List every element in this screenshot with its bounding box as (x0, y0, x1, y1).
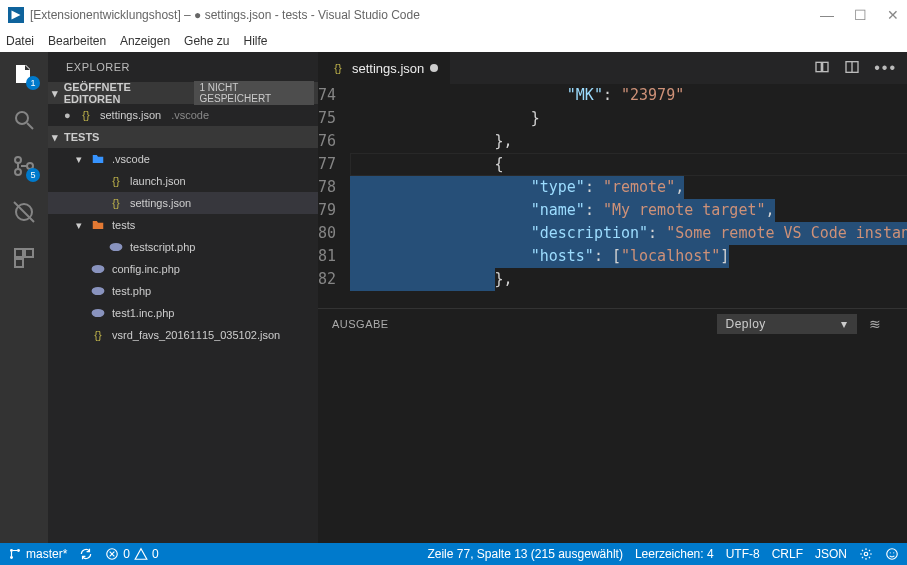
svg-point-11 (92, 265, 105, 273)
code-line[interactable]: "name": "My remote target", (350, 199, 907, 222)
svg-point-0 (16, 112, 28, 124)
line-number: 74 (318, 84, 336, 107)
activity-extensions-icon[interactable] (10, 244, 38, 272)
status-branch[interactable]: master* (8, 547, 67, 561)
open-editor-folder: .vscode (171, 109, 209, 121)
file-tree-label: config.inc.php (112, 263, 180, 275)
code-line[interactable]: }, (350, 268, 907, 291)
minimize-button[interactable]: — (820, 7, 834, 23)
explorer-sidebar: EXPLORER ▾ GEÖFFNETE EDITOREN 1 NICHT GE… (48, 52, 318, 543)
svg-line-1 (27, 123, 33, 129)
activity-explorer-icon[interactable]: 1 (10, 60, 38, 88)
menu-view[interactable]: Anzeigen (120, 34, 170, 48)
code-line[interactable]: } (350, 107, 907, 130)
folder-icon (90, 151, 106, 167)
maximize-button[interactable]: ☐ (854, 7, 867, 23)
file-tree-item[interactable]: config.inc.php (48, 258, 318, 280)
svg-point-12 (92, 287, 105, 295)
status-feedback-icon[interactable] (885, 547, 899, 561)
file-tree-item[interactable]: {}vsrd_favs_20161115_035102.json (48, 324, 318, 346)
svg-point-19 (10, 556, 13, 559)
status-sync[interactable] (79, 547, 93, 561)
clear-output-icon[interactable]: ≋ (869, 316, 882, 332)
sidebar-title: EXPLORER (48, 52, 318, 82)
vscode-icon (8, 7, 24, 23)
status-settings-icon[interactable] (859, 547, 873, 561)
svg-point-3 (15, 169, 21, 175)
php-file-icon (90, 283, 106, 299)
file-tree-item[interactable]: test1.inc.php (48, 302, 318, 324)
output-channel-dropdown[interactable]: Deploy (717, 314, 857, 334)
line-number: 77 (318, 153, 336, 176)
menu-file[interactable]: Datei (6, 34, 34, 48)
line-number: 75 (318, 107, 336, 130)
file-tree-item[interactable]: {}launch.json (48, 170, 318, 192)
svg-point-24 (864, 552, 868, 556)
file-tree-item[interactable]: test.php (48, 280, 318, 302)
activity-debug-icon[interactable] (10, 198, 38, 226)
menu-bar: Datei Bearbeiten Anzeigen Gehe zu Hilfe (0, 30, 907, 52)
svg-point-25 (887, 549, 898, 560)
dirty-dot-icon (430, 64, 438, 72)
svg-point-2 (15, 157, 21, 163)
activity-bar: 1 5 (0, 52, 48, 543)
file-tree-item[interactable]: {}settings.json (48, 192, 318, 214)
file-tree-label: launch.json (130, 175, 186, 187)
code-line[interactable]: }, (350, 130, 907, 153)
code-line[interactable]: "type": "remote", (350, 176, 907, 199)
file-tree-label: test1.inc.php (112, 307, 174, 319)
php-file-icon (108, 239, 124, 255)
more-icon[interactable]: ••• (874, 59, 897, 77)
compare-icon[interactable] (814, 59, 830, 78)
chevron-down-icon: ▾ (76, 153, 84, 166)
open-editor-filename: settings.json (100, 109, 161, 121)
output-panel: AUSGABE Deploy ≋ (318, 308, 907, 543)
code-line[interactable]: { (350, 153, 907, 176)
svg-rect-8 (25, 249, 33, 257)
activity-search-icon[interactable] (10, 106, 38, 134)
line-number: 78 (318, 176, 336, 199)
line-number-gutter: 747576777879808182 (318, 84, 350, 308)
tab-settings-json[interactable]: {} settings.json (318, 52, 451, 84)
svg-point-20 (17, 549, 20, 552)
svg-rect-7 (15, 249, 23, 257)
file-tree-item[interactable]: ▾.vscode (48, 148, 318, 170)
code-line[interactable]: "description": "Some remote VS Code inst… (350, 222, 907, 245)
code-line[interactable]: "hosts": ["localhost"] (350, 245, 907, 268)
status-eol[interactable]: CRLF (772, 547, 803, 561)
file-tree-label: vsrd_favs_20161115_035102.json (112, 329, 280, 341)
json-file-icon: {} (90, 327, 106, 343)
workspace-header[interactable]: ▾ TESTS (48, 126, 318, 148)
panel-tab-output[interactable]: AUSGABE (332, 318, 389, 330)
json-file-icon: {} (108, 173, 124, 189)
menu-edit[interactable]: Bearbeiten (48, 34, 106, 48)
chevron-down-icon: ▾ (52, 131, 60, 144)
svg-point-27 (893, 552, 894, 553)
open-editor-item[interactable]: ● {} settings.json .vscode (48, 104, 318, 126)
svg-point-18 (10, 549, 13, 552)
activity-scm-icon[interactable]: 5 (10, 152, 38, 180)
close-button[interactable]: ✕ (887, 7, 899, 23)
status-cursor[interactable]: Zeile 77, Spalte 13 (215 ausgewählt) (427, 547, 622, 561)
file-tree-label: .vscode (112, 153, 150, 165)
status-bar: master* 0 0 Zeile 77, Spalte 13 (215 aus… (0, 543, 907, 565)
window-title: [Extensionentwicklungshost] – ● settings… (30, 8, 820, 22)
file-tree-item[interactable]: testscript.php (48, 236, 318, 258)
status-problems[interactable]: 0 0 (105, 547, 158, 561)
dirty-dot-icon: ● (64, 109, 72, 121)
menu-goto[interactable]: Gehe zu (184, 34, 229, 48)
code-line[interactable]: "MK": "23979" (350, 84, 907, 107)
file-tree-item[interactable]: ▾tests (48, 214, 318, 236)
editor-tabs: {} settings.json ••• (318, 52, 907, 84)
status-language[interactable]: JSON (815, 547, 847, 561)
svg-point-26 (890, 552, 891, 553)
split-editor-icon[interactable] (844, 59, 860, 78)
status-encoding[interactable]: UTF-8 (726, 547, 760, 561)
status-indent[interactable]: Leerzeichen: 4 (635, 547, 714, 561)
json-file-icon: {} (330, 60, 346, 76)
svg-rect-9 (15, 259, 23, 267)
svg-rect-14 (816, 62, 821, 71)
code-editor[interactable]: 747576777879808182 "MK": "23979" } }, { … (318, 84, 907, 308)
open-editors-header[interactable]: ▾ GEÖFFNETE EDITOREN 1 NICHT GESPEICHERT (48, 82, 318, 104)
menu-help[interactable]: Hilfe (243, 34, 267, 48)
